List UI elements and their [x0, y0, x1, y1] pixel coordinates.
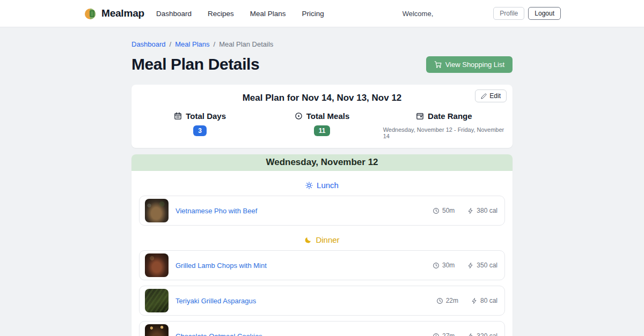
meal-thumbnail: [145, 199, 169, 222]
profile-button[interactable]: Profile: [493, 7, 524, 20]
breadcrumb-current: Meal Plan Details: [219, 40, 273, 48]
stat-date-range-label: Date Range: [428, 111, 472, 121]
stat-date-range: Date Range Wednesday, November 12 - Frid…: [383, 111, 505, 139]
moon-icon: [304, 236, 312, 244]
main-nav: Dashboard Recipes Meal Plans Pricing: [156, 10, 324, 18]
meal-row: Teriyaki Grilled Asparagus 22m 80 cal: [139, 286, 505, 316]
shopping-cart-icon: [434, 61, 442, 68]
meal-calories: 350 cal: [477, 262, 497, 269]
nav-recipes[interactable]: Recipes: [208, 10, 234, 18]
calendar-icon: [174, 112, 182, 120]
meal-row: Chocolate Oatmeal Cookies 27m 320 cal: [139, 321, 505, 336]
meal-calories: 380 cal: [477, 207, 497, 214]
breadcrumb-separator: /: [214, 40, 216, 48]
edit-button[interactable]: Edit: [475, 89, 507, 102]
meal-plan-summary-card: Edit Meal Plan for Nov 14, Nov 13, Nov 1…: [131, 85, 513, 148]
breadcrumb-dashboard[interactable]: Dashboard: [131, 40, 166, 48]
bolt-icon: [467, 262, 474, 269]
sun-icon: [305, 182, 313, 189]
edit-label: Edit: [489, 92, 501, 100]
summary-stats: Total Days 3 Total Meals 11: [139, 111, 505, 139]
meal-time: 30m: [442, 262, 455, 269]
main-content: Dashboard / Meal Plans / Meal Plan Detai…: [131, 40, 513, 336]
clock-icon: [436, 297, 443, 304]
lunch-section-header: Lunch: [139, 181, 505, 190]
meal-thumbnail: [145, 324, 169, 336]
view-shopping-list-button[interactable]: View Shopping List: [426, 56, 513, 73]
date-range-value: Wednesday, November 12 - Friday, Novembe…: [383, 126, 505, 139]
dinner-label: Dinner: [316, 235, 339, 244]
calendar-range-icon: [416, 112, 424, 120]
pencil-icon: [481, 93, 487, 99]
meal-plan-title: Meal Plan for Nov 14, Nov 13, Nov 12: [139, 93, 505, 103]
bolt-icon: [467, 333, 474, 336]
brand-logo[interactable]: Mealmap: [83, 6, 144, 20]
clock-icon: [433, 333, 440, 336]
top-navigation-bar: Mealmap Dashboard Recipes Meal Plans Pri…: [0, 0, 644, 27]
nav-pricing[interactable]: Pricing: [302, 10, 324, 18]
meal-time: 50m: [442, 207, 455, 214]
day-card: Wednesday, November 12 Lunch Vietna: [131, 154, 513, 336]
stat-total-meals: Total Meals 11: [261, 111, 383, 139]
welcome-text: Welcome,: [402, 10, 434, 18]
meal-link[interactable]: Chocolate Oatmeal Cookies: [175, 332, 262, 336]
brand-name: Mealmap: [101, 8, 144, 19]
logout-button[interactable]: Logout: [528, 7, 561, 20]
meal-link[interactable]: Vietnamese Pho with Beef: [175, 207, 257, 215]
stat-total-days-label: Total Days: [186, 111, 226, 121]
total-days-badge: 3: [193, 125, 207, 136]
day-header: Wednesday, November 12: [131, 154, 513, 171]
meal-link[interactable]: Grilled Lamb Chops with Mint: [175, 262, 267, 270]
meal-thumbnail: [145, 253, 169, 277]
breadcrumb: Dashboard / Meal Plans / Meal Plan Detai…: [131, 40, 513, 48]
clock-icon: [433, 207, 440, 214]
bolt-icon: [471, 297, 478, 304]
clock-icon: [433, 262, 440, 269]
page-title: Meal Plan Details: [131, 55, 259, 73]
meal-time: 27m: [442, 332, 455, 336]
nav-meal-plans[interactable]: Meal Plans: [250, 10, 286, 18]
meal-thumbnail: [145, 289, 169, 312]
lunch-label: Lunch: [317, 181, 339, 190]
melon-logo-icon: [83, 6, 97, 20]
meal-time: 22m: [446, 297, 458, 304]
meal-link[interactable]: Teriyaki Grilled Asparagus: [175, 297, 256, 305]
stat-total-meals-label: Total Meals: [306, 111, 350, 121]
stat-total-days: Total Days 3: [139, 111, 261, 139]
dinner-section-header: Dinner: [139, 235, 505, 244]
target-icon: [295, 112, 303, 120]
meal-calories: 320 cal: [477, 332, 497, 336]
nav-dashboard[interactable]: Dashboard: [156, 10, 192, 18]
meal-calories: 80 cal: [480, 297, 497, 304]
meal-row: Grilled Lamb Chops with Mint 30m 350 cal: [139, 250, 505, 280]
total-meals-badge: 11: [314, 125, 331, 136]
bolt-icon: [467, 207, 474, 214]
breadcrumb-meal-plans[interactable]: Meal Plans: [175, 40, 209, 48]
meal-row: Vietnamese Pho with Beef 50m 380 cal: [139, 196, 505, 226]
view-shopping-list-label: View Shopping List: [445, 61, 504, 69]
breadcrumb-separator: /: [170, 40, 172, 48]
